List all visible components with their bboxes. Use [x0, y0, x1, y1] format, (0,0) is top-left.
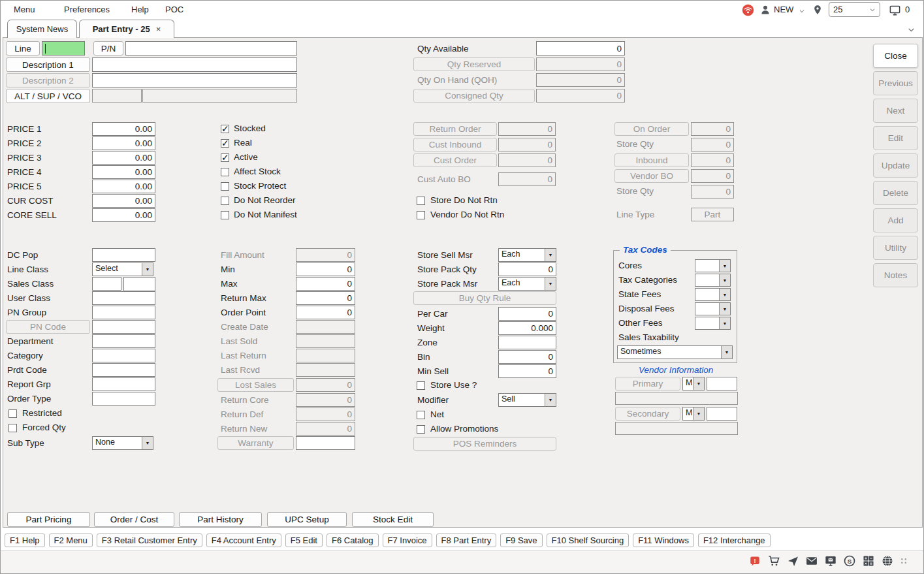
tab-overflow-chevron-icon[interactable] — [904, 22, 918, 37]
calculator-icon[interactable] — [862, 554, 875, 567]
order-cost-button[interactable]: Order / Cost — [94, 512, 174, 527]
price1-input[interactable] — [92, 122, 155, 136]
tab-system-news[interactable]: System News — [7, 20, 77, 38]
fkey-f3-retail-customer[interactable]: F3 Retail Customer Entry — [97, 534, 202, 547]
min-sell-input[interactable] — [498, 364, 556, 378]
max-input[interactable] — [296, 277, 355, 291]
core-sell-input[interactable] — [92, 208, 155, 222]
active-checkbox[interactable] — [221, 153, 229, 162]
fkey-f10-shelf-sourcing[interactable]: F10 Shelf Sourcing — [547, 534, 629, 547]
vendor-do-not-rtn-checkbox[interactable] — [417, 211, 425, 219]
cur-cost-input[interactable] — [92, 194, 155, 208]
dc-pop-input[interactable] — [92, 248, 155, 262]
s-circle-icon[interactable]: S — [843, 554, 856, 567]
price3-input[interactable] — [92, 151, 155, 165]
secondary-vendor-type-select[interactable]: M ▼ — [682, 407, 705, 421]
per-car-input[interactable] — [498, 307, 556, 321]
store-pack-qty-input[interactable] — [498, 263, 556, 276]
order-type-input[interactable] — [92, 392, 155, 406]
report-grp-input[interactable] — [92, 377, 155, 391]
menu-poc[interactable]: POC — [165, 5, 183, 14]
resize-grip-icon[interactable] — [900, 554, 908, 567]
category-input[interactable] — [92, 349, 155, 362]
line-button[interactable]: Line — [6, 41, 40, 56]
description1-input[interactable] — [92, 57, 297, 72]
fkey-f8-part-entry[interactable]: F8 Part Entry — [436, 534, 497, 547]
do-not-manifest-checkbox[interactable] — [221, 211, 229, 219]
chevron-down-icon[interactable] — [795, 4, 809, 18]
cart-icon[interactable] — [767, 554, 780, 567]
fkey-f4-account-entry[interactable]: F4 Account Entry — [206, 534, 281, 547]
upc-setup-button[interactable]: UPC Setup — [267, 512, 347, 527]
mail-icon[interactable] — [805, 554, 818, 567]
order-point-input[interactable] — [296, 306, 355, 319]
return-max-input[interactable] — [296, 291, 355, 305]
line-class-select[interactable]: Select ▼ — [92, 263, 153, 276]
user-class-input[interactable] — [92, 291, 155, 305]
sales-class-input-2[interactable] — [123, 277, 155, 291]
pn-group-input[interactable] — [92, 306, 155, 319]
primary-vendor-input[interactable] — [707, 377, 737, 391]
other-fees-select[interactable]: ▼ — [695, 317, 731, 330]
store-select[interactable]: 25 — [829, 2, 880, 17]
warranty-input[interactable] — [296, 436, 355, 450]
do-not-reorder-checkbox[interactable] — [221, 197, 229, 205]
allow-promotions-checkbox[interactable] — [417, 425, 425, 434]
qty-available-input[interactable] — [536, 41, 625, 56]
alert-icon[interactable]: ! — [748, 554, 761, 567]
sales-class-input-1[interactable] — [92, 277, 121, 291]
globe-icon[interactable] — [881, 554, 894, 567]
fkey-f2-menu[interactable]: F2 Menu — [49, 534, 93, 547]
net-checkbox[interactable] — [417, 411, 425, 419]
description1-button[interactable]: Description 1 — [6, 57, 90, 72]
sub-type-select[interactable]: None ▼ — [92, 436, 153, 450]
prdt-code-input[interactable] — [92, 363, 155, 377]
cores-select[interactable]: ▼ — [695, 259, 731, 272]
menu-preferences[interactable]: Preferences — [64, 5, 110, 14]
bin-input[interactable] — [498, 350, 556, 364]
real-checkbox[interactable] — [221, 139, 229, 148]
part-pricing-button[interactable]: Part Pricing — [7, 512, 90, 527]
alt-sup-vco-button[interactable]: ALT / SUP / VCO — [6, 89, 90, 103]
min-input[interactable] — [296, 263, 355, 276]
fkey-f9-save[interactable]: F9 Save — [500, 534, 542, 547]
sales-taxability-select[interactable]: Sometimes ▼ — [617, 345, 733, 359]
fkey-f6-catalog[interactable]: F6 Catalog — [327, 534, 379, 547]
tax-categories-select[interactable]: ▼ — [695, 274, 731, 287]
message-monitor-icon[interactable] — [824, 554, 837, 567]
menu-menu[interactable]: Menu — [14, 5, 35, 14]
state-fees-select[interactable]: ▼ — [695, 288, 731, 301]
stock-edit-button[interactable]: Stock Edit — [352, 512, 434, 527]
store-pack-msr-select[interactable]: Each ▼ — [498, 277, 556, 291]
price2-input[interactable] — [92, 136, 155, 150]
affect-stock-checkbox[interactable] — [221, 168, 229, 176]
weight-input[interactable] — [498, 321, 556, 335]
fkey-f1-help[interactable]: F1 Help — [5, 534, 45, 547]
forced-qty-checkbox[interactable] — [8, 424, 17, 432]
stock-protect-checkbox[interactable] — [221, 182, 229, 191]
store-do-not-rtn-checkbox[interactable] — [417, 197, 425, 205]
pn-code-input[interactable] — [92, 320, 155, 334]
pn-button[interactable]: P/N — [93, 41, 123, 56]
user-menu[interactable]: NEW — [774, 5, 793, 14]
close-button[interactable]: Close — [873, 44, 918, 68]
part-history-button[interactable]: Part History — [179, 512, 262, 527]
department-input[interactable] — [92, 334, 155, 348]
restricted-checkbox[interactable] — [8, 409, 17, 418]
menu-help[interactable]: Help — [131, 5, 149, 14]
stocked-checkbox[interactable] — [221, 125, 229, 133]
disposal-fees-select[interactable]: ▼ — [695, 302, 731, 315]
tab-part-entry[interactable]: Part Entry - 25 × — [79, 20, 174, 38]
fkey-f11-windows[interactable]: F11 Windows — [633, 534, 694, 547]
secondary-vendor-input[interactable] — [707, 407, 737, 421]
price4-input[interactable] — [92, 165, 155, 179]
fkey-f5-edit[interactable]: F5 Edit — [285, 534, 323, 547]
zone-input[interactable] — [498, 336, 556, 349]
description2-input[interactable] — [92, 73, 297, 88]
price5-input[interactable] — [92, 180, 155, 193]
send-icon[interactable] — [786, 554, 799, 567]
tab-close-icon[interactable]: × — [156, 24, 161, 34]
primary-vendor-type-select[interactable]: M ▼ — [682, 377, 705, 391]
modifier-select[interactable]: Sell ▼ — [498, 393, 556, 407]
pn-input[interactable] — [125, 41, 297, 56]
